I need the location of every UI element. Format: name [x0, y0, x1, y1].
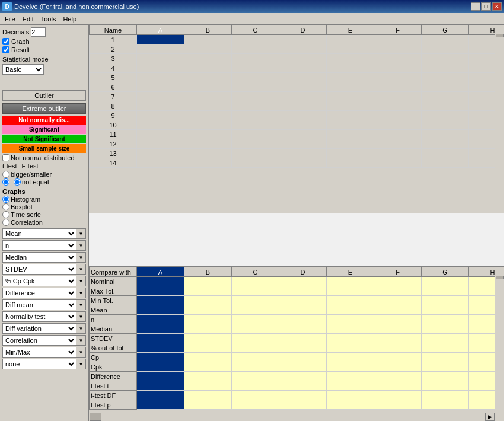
dropdown-diff-variation-arrow[interactable]: ▼ [76, 323, 86, 334]
bottom-cell-4-0[interactable] [327, 277, 374, 286]
bottom-cell-2-0[interactable] [232, 277, 279, 286]
cell-5-1[interactable] [374, 35, 422, 44]
dropdown-stdev-arrow[interactable]: ▼ [76, 264, 86, 275]
cell-6-14[interactable] [422, 158, 469, 168]
bottom-cell-1-9[interactable] [184, 362, 232, 372]
bottom-grid-hscrollbar[interactable]: ▶ [89, 412, 495, 421]
cell-6-2[interactable] [422, 44, 469, 54]
cell-a-7[interactable] [137, 92, 184, 101]
cell-5-10[interactable] [374, 120, 422, 130]
cell-5-8[interactable] [374, 101, 422, 111]
close-button[interactable]: ✕ [492, 2, 502, 11]
cell-4-11[interactable] [327, 130, 374, 139]
cell-3-13[interactable] [279, 149, 327, 158]
bottom-cell-0-13[interactable] [137, 400, 184, 410]
bottom-cell-3-3[interactable] [279, 305, 327, 315]
bottom-cell-6-10[interactable] [422, 372, 469, 381]
cell-2-3[interactable] [232, 54, 279, 63]
cell-2-4[interactable] [232, 63, 279, 73]
dropdown-normality-test[interactable]: Normality test [2, 311, 76, 322]
bottom-cell-4-5[interactable] [327, 324, 374, 334]
bottom-cell-4-6[interactable] [327, 334, 374, 343]
dropdown-stdev[interactable]: STDEV [2, 264, 76, 275]
cell-a-14[interactable] [137, 158, 184, 168]
bottom-cell-5-1[interactable] [374, 286, 422, 296]
bottom-cell-1-8[interactable] [184, 353, 232, 362]
cell-5-6[interactable] [374, 82, 422, 92]
cell-a-11[interactable] [137, 130, 184, 139]
bottom-cell-2-4[interactable] [232, 315, 279, 324]
bottom-cell-0-5[interactable] [137, 324, 184, 334]
cell-a-1[interactable] [137, 35, 184, 44]
bottom-cell-0-6[interactable] [137, 334, 184, 343]
cell-6-13[interactable] [422, 149, 469, 158]
bottom-cell-2-10[interactable] [232, 372, 279, 381]
bottom-cell-3-11[interactable] [279, 381, 327, 391]
maximize-button[interactable]: □ [481, 2, 491, 11]
cell-4-5[interactable] [327, 73, 374, 82]
cell-3-5[interactable] [279, 73, 327, 82]
bottom-cell-0-0[interactable] [137, 277, 184, 286]
bottom-cell-4-4[interactable] [327, 315, 374, 324]
bottom-cell-4-7[interactable] [327, 343, 374, 353]
bottom-cell-0-11[interactable] [137, 381, 184, 391]
bottom-cell-0-10[interactable] [137, 372, 184, 381]
menu-file[interactable]: File [1, 14, 19, 24]
cell-1-14[interactable] [184, 158, 232, 168]
bottom-cell-5-11[interactable] [374, 381, 422, 391]
cell-2-12[interactable] [232, 139, 279, 149]
bottom-cell-1-7[interactable] [184, 343, 232, 353]
cell-5-5[interactable] [374, 73, 422, 82]
dropdown-diff-mean[interactable]: Diff mean [2, 299, 76, 310]
dropdown-min-max-arrow[interactable]: ▼ [76, 347, 86, 358]
bottom-cell-2-5[interactable] [232, 324, 279, 334]
dropdown-mean[interactable]: Mean [2, 228, 76, 239]
dropdown-cp-cpk[interactable]: % Cp Cpk [2, 276, 76, 286]
bottom-cell-3-8[interactable] [279, 353, 327, 362]
cell-2-1[interactable] [232, 35, 279, 44]
cell-a-3[interactable] [137, 54, 184, 63]
top-grid-container[interactable]: Name A B C D E F G H 1234567891011121314 [89, 25, 504, 213]
cell-4-13[interactable] [327, 149, 374, 158]
bottom-cell-3-12[interactable] [279, 391, 327, 400]
cell-2-11[interactable] [232, 130, 279, 139]
bigger-smaller-radio[interactable] [2, 171, 9, 178]
cell-3-8[interactable] [279, 101, 327, 111]
bottom-cell-6-0[interactable] [422, 277, 469, 286]
cell-3-12[interactable] [279, 139, 327, 149]
cell-2-14[interactable] [232, 158, 279, 168]
bottom-cell-5-9[interactable] [374, 362, 422, 372]
bottom-cell-1-6[interactable] [184, 334, 232, 343]
cell-a-9[interactable] [137, 111, 184, 120]
bottom-cell-5-2[interactable] [374, 296, 422, 305]
bottom-cell-5-5[interactable] [374, 324, 422, 334]
bottom-cell-3-5[interactable] [279, 324, 327, 334]
cell-3-3[interactable] [279, 54, 327, 63]
cell-3-10[interactable] [279, 120, 327, 130]
bottom-cell-3-1[interactable] [279, 286, 327, 296]
bottom-cell-1-1[interactable] [184, 286, 232, 296]
bottom-cell-5-0[interactable] [374, 277, 422, 286]
top-grid-vscrollbar[interactable] [495, 25, 504, 213]
cell-5-11[interactable] [374, 130, 422, 139]
bottom-cell-3-10[interactable] [279, 372, 327, 381]
cell-a-13[interactable] [137, 149, 184, 158]
cell-3-6[interactable] [279, 82, 327, 92]
bottom-cell-6-9[interactable] [422, 362, 469, 372]
bottom-cell-3-2[interactable] [279, 296, 327, 305]
cell-a-8[interactable] [137, 101, 184, 111]
dropdown-median[interactable]: Median [2, 252, 76, 263]
histogram-radio[interactable] [2, 196, 9, 203]
cell-4-12[interactable] [327, 139, 374, 149]
decimals-input[interactable] [31, 27, 46, 37]
cell-2-8[interactable] [232, 101, 279, 111]
bottom-cell-0-2[interactable] [137, 296, 184, 305]
bottom-cell-2-9[interactable] [232, 362, 279, 372]
cell-4-8[interactable] [327, 101, 374, 111]
cell-2-10[interactable] [232, 120, 279, 130]
bottom-cell-0-4[interactable] [137, 315, 184, 324]
bottom-cell-1-4[interactable] [184, 315, 232, 324]
cell-a-12[interactable] [137, 139, 184, 149]
bottom-cell-0-7[interactable] [137, 343, 184, 353]
bottom-cell-3-6[interactable] [279, 334, 327, 343]
